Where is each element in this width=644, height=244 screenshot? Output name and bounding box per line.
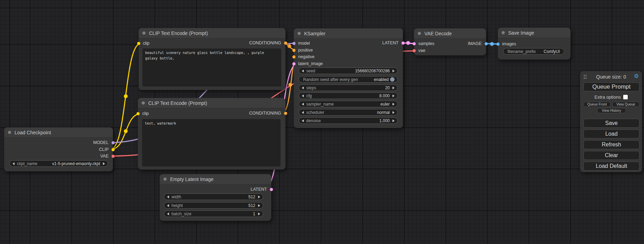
- decrement-arrow-icon[interactable]: [167, 204, 169, 207]
- view-queue-button[interactable]: View Queue: [612, 102, 639, 107]
- input-negative[interactable]: negative: [294, 54, 315, 60]
- prompt-textarea[interactable]: beautiful scenery nature glass bottle la…: [142, 48, 281, 87]
- collapse-dot-icon[interactable]: [142, 101, 145, 105]
- node-title-bar[interactable]: CLIP Text Encode (Prompt): [138, 98, 285, 108]
- increment-arrow-icon[interactable]: [258, 213, 260, 215]
- latent-port-icon[interactable]: [402, 42, 405, 45]
- output-latent[interactable]: LATENT: [251, 187, 272, 192]
- decrement-arrow-icon[interactable]: [302, 119, 304, 122]
- clip-port-icon[interactable]: [137, 42, 140, 45]
- input-latent-image[interactable]: latent_image: [294, 61, 323, 66]
- node-title-bar[interactable]: Save Image: [498, 28, 571, 38]
- input-samples[interactable]: samples: [414, 41, 434, 46]
- save-button[interactable]: Save: [583, 119, 639, 128]
- toggle-circle-icon[interactable]: [390, 77, 395, 82]
- load-default-button[interactable]: Load Default: [583, 162, 639, 171]
- increment-arrow-icon[interactable]: [103, 162, 105, 165]
- decrement-arrow-icon[interactable]: [302, 103, 304, 106]
- random-seed-toggle-widget[interactable]: Random seed after every gen enabled: [299, 76, 398, 83]
- sampler-name-widget[interactable]: sampler_name euler: [299, 101, 398, 107]
- filename-prefix-widget[interactable]: filename_prefix ComfyUI: [503, 48, 564, 55]
- output-model[interactable]: MODEL: [93, 140, 113, 145]
- node-clip-text-encode-negative[interactable]: CLIP Text Encode (Prompt) clip CONDITION…: [138, 98, 285, 170]
- node-title-bar[interactable]: CLIP Text Encode (Prompt): [139, 28, 285, 38]
- conditioning-port-icon[interactable]: [292, 49, 295, 52]
- input-positive[interactable]: positive: [294, 47, 313, 53]
- increment-arrow-icon[interactable]: [392, 70, 395, 72]
- extra-options-checkbox[interactable]: [623, 95, 628, 99]
- increment-arrow-icon[interactable]: [392, 119, 395, 122]
- input-clip[interactable]: clip: [138, 111, 149, 116]
- collapse-dot-icon[interactable]: [298, 32, 301, 35]
- node-load-checkpoint[interactable]: Load Checkpoint MODEL CLIP VAE ckpt_name…: [4, 127, 113, 171]
- latent-port-icon[interactable]: [413, 42, 416, 45]
- node-title-bar[interactable]: KSampler: [294, 28, 403, 39]
- node-ksampler[interactable]: KSampler model positive negative latent_…: [294, 28, 403, 128]
- image-port-icon[interactable]: [485, 42, 488, 45]
- settings-gear-icon[interactable]: ⚙: [634, 73, 639, 79]
- load-button[interactable]: Load: [583, 129, 639, 138]
- latent-port-icon[interactable]: [270, 188, 273, 191]
- node-title-bar[interactable]: Load Checkpoint: [4, 127, 113, 138]
- output-clip[interactable]: CLIP: [99, 147, 113, 152]
- increment-arrow-icon[interactable]: [258, 204, 260, 207]
- collapse-dot-icon[interactable]: [164, 178, 167, 181]
- input-clip[interactable]: clip: [139, 40, 149, 46]
- input-images[interactable]: images: [498, 41, 516, 47]
- node-vae-decode[interactable]: VAE Decode samples vae IMAGE: [414, 28, 486, 55]
- queue-front-button[interactable]: Queue Front: [583, 102, 611, 107]
- collapse-dot-icon[interactable]: [502, 31, 505, 34]
- model-port-icon[interactable]: [112, 141, 115, 144]
- output-conditioning[interactable]: CONDITIONING: [249, 40, 285, 46]
- increment-arrow-icon[interactable]: [258, 196, 260, 198]
- node-save-image[interactable]: Save Image images filename_prefix ComfyU…: [498, 28, 571, 60]
- denoise-widget[interactable]: denoise 1.000: [299, 117, 398, 124]
- output-conditioning[interactable]: CONDITIONING: [249, 110, 285, 116]
- decrement-arrow-icon[interactable]: [167, 213, 169, 215]
- increment-arrow-icon[interactable]: [392, 103, 395, 106]
- width-widget[interactable]: width 512: [164, 193, 263, 200]
- input-model[interactable]: model: [294, 40, 310, 46]
- output-vae[interactable]: VAE: [100, 153, 113, 159]
- increment-arrow-icon[interactable]: [392, 87, 395, 89]
- height-widget[interactable]: height 512: [164, 202, 263, 209]
- output-image[interactable]: IMAGE: [468, 41, 486, 46]
- decrement-arrow-icon[interactable]: [302, 70, 304, 72]
- refresh-button[interactable]: Refresh: [583, 140, 639, 149]
- output-latent[interactable]: LATENT: [382, 40, 403, 46]
- decrement-arrow-icon[interactable]: [12, 162, 15, 165]
- decrement-arrow-icon[interactable]: [302, 94, 304, 97]
- drag-handle-icon[interactable]: [584, 75, 586, 79]
- comfyui-canvas[interactable]: { "colors": { "model": "#B39DDB", "clip"…: [0, 0, 644, 244]
- node-title-bar[interactable]: VAE Decode: [414, 28, 486, 39]
- clear-button[interactable]: Clear: [583, 151, 639, 160]
- prompt-textarea[interactable]: text, watermark: [142, 119, 281, 166]
- node-empty-latent-image[interactable]: Empty Latent Image LATENT width 512 heig…: [160, 174, 271, 221]
- increment-arrow-icon[interactable]: [392, 111, 395, 114]
- queue-prompt-button[interactable]: Queue Prompt: [583, 82, 639, 91]
- scheduler-widget[interactable]: scheduler normal: [299, 109, 398, 116]
- steps-widget[interactable]: steps 20: [299, 84, 398, 91]
- decrement-arrow-icon[interactable]: [167, 196, 169, 198]
- latent-port-icon[interactable]: [292, 62, 295, 65]
- conditioning-port-icon[interactable]: [284, 112, 287, 115]
- view-history-button[interactable]: View History: [597, 108, 626, 113]
- decrement-arrow-icon[interactable]: [302, 87, 304, 89]
- cfg-widget[interactable]: cfg 8.000: [299, 92, 398, 99]
- collapse-dot-icon[interactable]: [418, 32, 421, 35]
- node-title-bar[interactable]: Empty Latent Image: [160, 174, 271, 184]
- collapse-dot-icon[interactable]: [142, 31, 145, 35]
- seed-widget[interactable]: seed 156680208700286: [299, 67, 398, 74]
- increment-arrow-icon[interactable]: [392, 94, 395, 97]
- ckpt-name-widget[interactable]: ckpt_name v1-5-pruned-emaonly.ckpt: [9, 160, 108, 167]
- vae-port-icon[interactable]: [413, 49, 416, 52]
- clip-port-icon[interactable]: [112, 148, 115, 151]
- vae-port-icon[interactable]: [112, 155, 115, 158]
- input-vae[interactable]: vae: [414, 48, 425, 53]
- node-clip-text-encode-positive[interactable]: CLIP Text Encode (Prompt) clip CONDITION…: [139, 28, 285, 90]
- collapse-dot-icon[interactable]: [8, 131, 11, 134]
- model-port-icon[interactable]: [292, 42, 295, 45]
- image-port-icon[interactable]: [496, 43, 500, 46]
- batch-size-widget[interactable]: batch_size 1: [164, 210, 263, 217]
- clip-port-icon[interactable]: [136, 112, 140, 115]
